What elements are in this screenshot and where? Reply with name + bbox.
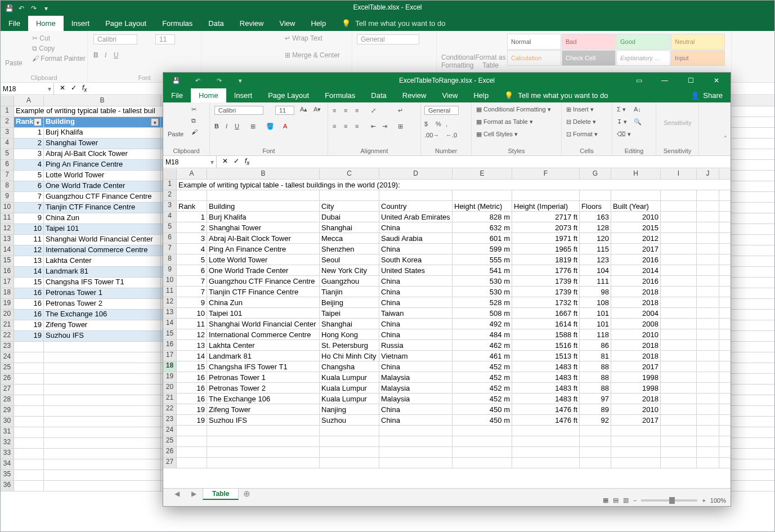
cell[interactable]	[580, 458, 611, 468]
cell[interactable]: 1516 ft	[512, 340, 580, 350]
cell[interactable]	[697, 233, 719, 243]
underline-button[interactable]: U	[235, 123, 239, 129]
merge-center-button[interactable]: ⊞ Merge & Center	[285, 51, 340, 59]
tab-formulas[interactable]: Formulas	[154, 16, 200, 31]
cell[interactable]: Petronas Tower 2	[207, 383, 320, 393]
page-break-view-icon[interactable]: ▥	[623, 497, 629, 504]
cell[interactable]: 2016	[611, 276, 661, 286]
cell[interactable]: Ho Chi Minh City	[320, 351, 379, 361]
sort-filter-icon[interactable]: A↓	[634, 106, 641, 113]
cell[interactable]: 111	[580, 276, 611, 286]
cell[interactable]: Lotte World Tower	[207, 254, 320, 265]
cell[interactable]	[697, 372, 719, 382]
table-row[interactable]: 1714Landmark 81Ho Chi Minh CityVietnam46…	[163, 351, 731, 361]
tell-me[interactable]: 💡Tell me what you want to do	[496, 88, 616, 102]
col-header-F[interactable]: F	[512, 169, 580, 179]
cell[interactable]: 2018	[611, 287, 661, 297]
cell[interactable]: Landmark 81	[207, 351, 320, 361]
row-header[interactable]: 10	[163, 276, 177, 286]
row-header[interactable]: 19	[163, 372, 177, 382]
tab-page-layout[interactable]: Page Layout	[260, 88, 317, 102]
style-neutral[interactable]: Neutral	[671, 34, 725, 50]
col-header-H[interactable]: H	[611, 169, 661, 179]
cell[interactable]	[453, 447, 512, 457]
cell[interactable]: Changsha	[320, 361, 379, 372]
cell[interactable]: Guangzhou	[320, 276, 379, 286]
cell[interactable]: Taipei 101	[207, 308, 320, 318]
cell[interactable]: 11	[177, 319, 207, 329]
cell[interactable]	[697, 254, 719, 265]
cell[interactable]: 2017	[611, 415, 661, 425]
cell[interactable]: 2018	[611, 351, 661, 361]
table-row[interactable]: 117Tianjin CTF Finance CentreTianjinChin…	[163, 287, 731, 297]
cell[interactable]	[661, 340, 697, 350]
cell[interactable]	[697, 436, 719, 446]
table-row[interactable]: 41Burj KhalifaDubaiUnited Arab Emirates8…	[163, 212, 731, 222]
cell[interactable]: 1998	[611, 383, 661, 393]
cell[interactable]: Beijing	[320, 297, 379, 307]
cell[interactable]	[611, 436, 661, 446]
cell[interactable]	[177, 426, 207, 436]
front-title-bar[interactable]: 💾 ↶ ↷ ▾ ExcelTableToRange.xlsx - Excel ▭…	[163, 73, 731, 88]
column-header-cell[interactable]: City	[320, 201, 379, 211]
fx-icon[interactable]: fx	[82, 84, 87, 93]
style-gallery[interactable]: Normal Bad Good Neutral Calculation Chec…	[507, 34, 725, 66]
cell[interactable]	[661, 254, 697, 265]
normal-view-icon[interactable]: ▦	[603, 497, 608, 504]
cell[interactable]: China	[379, 404, 453, 414]
cell[interactable]: 1667 ft	[512, 308, 580, 318]
cell[interactable]	[512, 458, 580, 468]
tab-data[interactable]: Data	[363, 88, 394, 102]
cell[interactable]: 16	[177, 372, 207, 382]
column-header-cell[interactable]: Building	[207, 201, 320, 211]
cell[interactable]: 19	[177, 415, 207, 425]
cell[interactable]: 452 m	[453, 372, 512, 382]
bold-button[interactable]: B	[93, 51, 98, 59]
col-header-D[interactable]: D	[379, 169, 453, 179]
cell[interactable]	[453, 426, 512, 436]
number-format-select[interactable]: General	[424, 106, 459, 115]
cell[interactable]: 92	[580, 415, 611, 425]
cell[interactable]: 4	[177, 244, 207, 254]
close-icon[interactable]: ✕	[704, 73, 729, 88]
table-row[interactable]: 1310Taipei 101TaipeiTaiwan508 m1667 ft10…	[163, 308, 731, 319]
format-as-table-button[interactable]: ▦ Format as Table ▾	[476, 118, 533, 126]
row-header[interactable]: 27	[163, 458, 177, 468]
row-header[interactable]: 6	[163, 233, 177, 243]
sheet-nav-prev-icon[interactable]: ◀	[169, 490, 185, 498]
grow-font-icon[interactable]: A▴	[300, 106, 307, 113]
cell[interactable]	[580, 190, 611, 200]
font-size-select[interactable]: 11	[275, 106, 294, 115]
cell[interactable]	[611, 447, 661, 457]
cell[interactable]: Saudi Arabia	[379, 233, 453, 243]
align-left-icon[interactable]: ≡	[333, 123, 336, 129]
cell[interactable]: Shanghai World Financial Center	[207, 319, 320, 329]
row-header[interactable]: 25	[163, 436, 177, 446]
cell[interactable]: Shanghai Tower	[207, 222, 320, 233]
cell[interactable]: 1965 ft	[512, 244, 580, 254]
table-row[interactable]: 24	[163, 426, 731, 436]
row-header[interactable]: 22	[163, 404, 177, 414]
tab-review[interactable]: Review	[395, 88, 434, 102]
cell[interactable]	[661, 212, 697, 222]
qat-customize-icon[interactable]: ▾	[41, 3, 51, 14]
row-header[interactable]: 5	[163, 222, 177, 233]
cell[interactable]: 2018	[611, 297, 661, 307]
style-bad[interactable]: Bad	[562, 34, 616, 50]
cell[interactable]	[661, 233, 697, 243]
col-header-G[interactable]: G	[580, 169, 611, 179]
cell[interactable]: 88	[580, 372, 611, 382]
cell[interactable]	[207, 447, 320, 457]
tab-insert[interactable]: Insert	[64, 16, 98, 31]
cell[interactable]: 163	[580, 212, 611, 222]
cell[interactable]	[453, 436, 512, 446]
cell[interactable]	[661, 394, 697, 404]
cell[interactable]	[697, 447, 719, 457]
cell[interactable]: Changsha IFS Tower T1	[207, 361, 320, 372]
column-header-cell[interactable]: Country	[379, 201, 453, 211]
cell[interactable]: 2016	[611, 254, 661, 265]
cell[interactable]	[661, 244, 697, 254]
cell[interactable]	[661, 297, 697, 307]
row-header[interactable]: 26	[163, 447, 177, 457]
cell[interactable]	[697, 276, 719, 286]
